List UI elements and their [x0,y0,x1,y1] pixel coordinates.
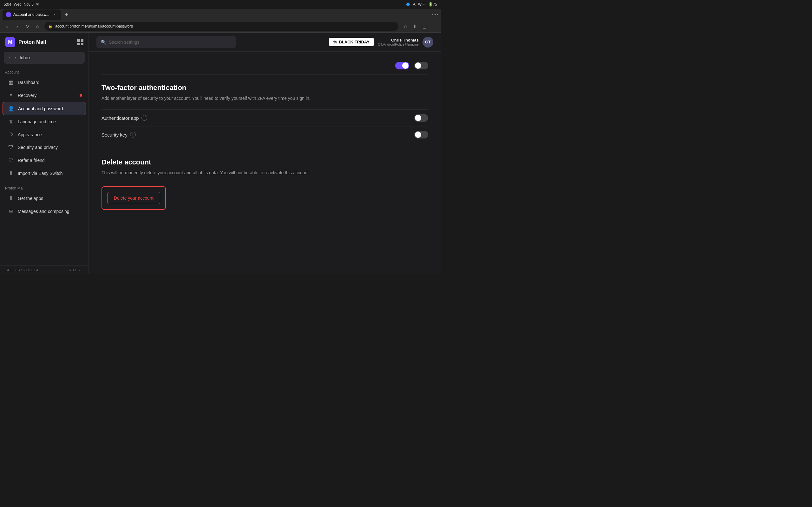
header-right: % BLACK FRIDAY Chris Thomas CT.AndroidPo… [329,37,433,48]
os-bar-left: 5:04 Wed, Nov 6 ✉ [4,2,39,7]
os-mail-icon: ✉ [36,2,39,7]
black-friday-button[interactable]: % BLACK FRIDAY [329,38,374,46]
import-icon: ⬇ [8,170,14,176]
security-key-info-icon[interactable]: i [130,132,136,137]
inbox-arrow-icon: ← [8,55,13,60]
nav-actions: ☆ ⬇ ▢ ⋮ [401,22,438,31]
sidebar-item-label: Dashboard [18,80,40,85]
tfa-authenticator-label: Authenticator app i [101,115,147,121]
delete-section: Delete account This will permanently del… [101,158,428,210]
new-tab-button[interactable]: + [62,10,71,19]
authenticator-info-icon[interactable]: i [142,115,147,121]
sidebar-item-appearance[interactable]: ☽ Appearance [3,128,86,141]
tab-close-button[interactable]: × [52,12,57,17]
sidebar-item-recovery[interactable]: ⚭ Recovery [3,89,86,101]
tfa-description: Add another layer of security to your ac… [101,95,428,102]
sidebar-item-label: Refer a friend [18,158,45,163]
tfa-section: Two-factor authentication Add another la… [101,83,428,143]
authenticator-app-text: Authenticator app [101,115,139,121]
url-text: account.proton.me/u/0/mail/account-passw… [55,24,395,29]
nav-bar: ‹ › ↻ ⌂ 🔒 account.proton.me/u/0/mail/acc… [0,20,441,32]
messages-icon: ✉ [8,208,14,214]
active-tab[interactable]: P Account and passw... × [3,9,61,20]
os-day: Wed, Nov 6 [14,2,33,7]
os-bar: 5:04 Wed, Nov 6 ✉ 🔷 A WiFi 🔋75 [0,0,441,9]
settings-content: ··· Two-factor authentication Add anothe… [89,52,441,274]
sidebar-item-label: Get the apps [18,196,43,201]
network-icon: A [413,2,415,7]
browser-menu-icon[interactable] [432,14,438,15]
inbox-label: ← Inbox [14,55,31,60]
user-avatar[interactable]: CT [422,37,433,48]
toggle-knob [402,62,409,69]
tab-favicon: P [6,12,11,17]
tfa-heading: Two-factor authentication [101,83,428,92]
download-button[interactable]: ⬇ [410,22,419,31]
sidebar-header: M Proton Mail [0,33,89,52]
sidebar: M Proton Mail ← ← Inbox Account ▦ Dashbo… [0,33,89,274]
dashboard-icon: ▦ [8,79,14,85]
sidebar-section-proton-mail: Proton Mail [0,183,89,192]
refer-icon: ♡ [8,157,14,163]
sidebar-item-messages-composing[interactable]: ✉ Messages and composing [3,205,86,217]
sidebar-item-label: Security and privacy [18,145,58,150]
window-controls [432,14,438,15]
sidebar-item-language-time[interactable]: ⧖ Language and time [3,116,86,128]
proton-logo-icon: M [5,37,15,47]
bookmark-button[interactable]: ☆ [401,22,410,31]
sidebar-item-account-password[interactable]: 👤 Account and password [3,102,86,115]
tfa-security-key-label: Security key i [101,132,136,137]
sidebar-item-label: Recovery [18,93,37,98]
top-toggle-2[interactable] [414,62,428,69]
sidebar-footer: 14.11 GB / 500.00 GB 5.0.182.3 [0,265,89,274]
sidebar-item-get-apps[interactable]: ⬇ Get the apps [3,192,86,205]
bluetooth-icon: 🔷 [406,2,410,7]
home-button[interactable]: ⌂ [33,22,42,31]
lock-icon: 🔒 [48,24,53,29]
delete-account-button[interactable]: Delete your account [107,192,160,204]
recovery-icon: ⚭ [8,92,14,98]
address-bar[interactable]: 🔒 account.proton.me/u/0/mail/account-pas… [44,22,398,31]
tfa-authenticator-row: Authenticator app i [101,109,428,126]
account-icon: 👤 [8,106,14,112]
sidebar-item-label: Import via Easy Switch [18,171,63,176]
tab-bar: P Account and passw... × + [0,9,441,20]
authenticator-toggle[interactable] [414,114,428,122]
black-friday-label: BLACK FRIDAY [339,40,369,44]
search-box[interactable]: 🔍 Search settings [96,36,236,48]
partial-toggle-text: ··· [101,63,105,68]
delete-account-description: This will permanently delete your accoun… [101,170,428,176]
os-time: 5:04 [4,2,11,7]
sidebar-item-label: Appearance [18,132,42,137]
sidebar-item-refer-friend[interactable]: ♡ Refer a friend [3,154,86,166]
recovery-notification-dot [80,94,82,97]
logo-area: M Proton Mail [5,37,46,47]
browser-chrome: P Account and passw... × + ‹ › ↻ ⌂ 🔒 acc… [0,9,441,33]
browser-menu-button[interactable]: ⋮ [429,22,438,31]
security-key-toggle[interactable] [414,131,428,138]
delete-highlight-box: Delete your account [101,186,166,210]
toggle-placeholder-label: ··· [101,63,105,68]
security-icon: 🛡 [8,145,14,150]
grid-apps-icon[interactable] [77,39,84,45]
delete-account-heading: Delete account [101,158,428,166]
sidebar-item-dashboard[interactable]: ▦ Dashboard [3,76,86,89]
wifi-icon: WiFi [418,2,426,7]
sidebar-section-account: Account [0,67,89,76]
refresh-button[interactable]: ↻ [23,22,32,31]
storage-info: 14.11 GB / 500.00 GB [5,268,39,272]
app-version: 5.0.182.3 [69,268,84,272]
back-button[interactable]: ‹ [3,22,11,31]
top-toggle-1[interactable] [395,62,409,69]
tfa-security-key-row: Security key i [101,126,428,143]
inbox-button[interactable]: ← ← Inbox [4,52,85,64]
search-icon: 🔍 [101,40,106,45]
black-friday-icon: % [334,40,337,44]
sidebar-item-security-privacy[interactable]: 🛡 Security and privacy [3,141,86,153]
main-content: 🔍 Search settings % BLACK FRIDAY Chris T… [89,33,441,274]
toggle-knob [415,115,421,121]
appearance-icon: ☽ [8,131,14,137]
sidebar-item-easy-switch[interactable]: ⬇ Import via Easy Switch [3,167,86,179]
forward-button[interactable]: › [13,22,21,31]
app-container: M Proton Mail ← ← Inbox Account ▦ Dashbo… [0,33,441,274]
